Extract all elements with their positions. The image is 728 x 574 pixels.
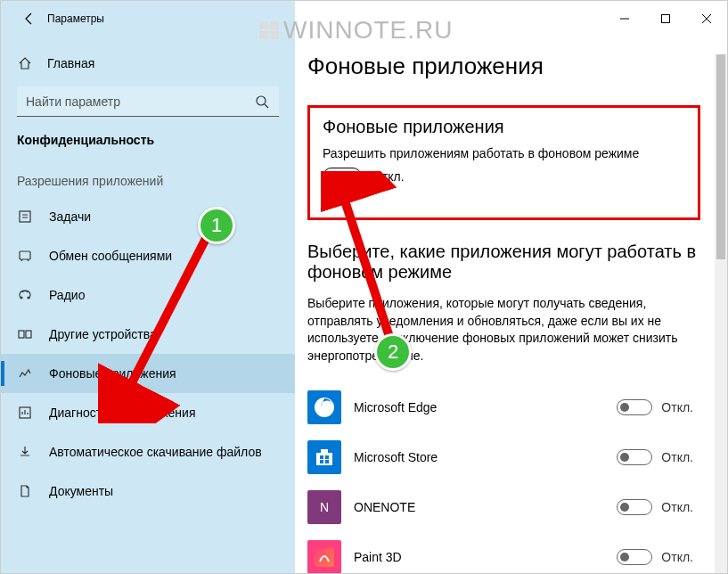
nav-list: ЗадачиОбмен сообщениямиРадиоДругие устро… [1, 197, 295, 511]
sidebar-item-6[interactable]: Автоматическое скачивание файлов [1, 432, 295, 472]
search-input[interactable] [26, 94, 233, 109]
nav-icon [17, 405, 33, 421]
app-list: Microsoft EdgeОткл.Microsoft StoreОткл.N… [307, 382, 700, 573]
master-toggle-state: Откл. [372, 169, 405, 184]
app-toggle-label: Откл. [661, 450, 693, 464]
app-toggle-label: Откл. [661, 500, 693, 514]
titlebar-right [295, 1, 727, 37]
nav-icon [17, 287, 33, 303]
scrollbar-thumb[interactable] [716, 54, 725, 259]
svg-rect-15 [325, 460, 329, 463]
nav-label: Другие устройства [49, 327, 157, 341]
search-box[interactable] [17, 86, 279, 117]
annotation-badge-1: 1 [198, 207, 235, 244]
app-icon [307, 390, 341, 424]
svg-rect-12 [320, 455, 323, 459]
app-toggle-wrap: Откл. [617, 549, 693, 565]
apps-section-desc: Выберите приложения, которые могут получ… [307, 295, 700, 365]
app-toggle-wrap: Откл. [617, 499, 693, 515]
app-icon [307, 540, 341, 573]
sidebar-item-2[interactable]: Радио [1, 275, 295, 315]
app-row: Paint 3DОткл. [307, 532, 700, 573]
nav-icon [17, 483, 33, 499]
titlebar-left: Параметры [1, 1, 295, 37]
nav-label: Задачи [49, 209, 91, 224]
svg-rect-2 [20, 251, 30, 259]
app-toggle[interactable] [617, 549, 652, 565]
sidebar-item-3[interactable]: Другие устройства [1, 315, 295, 354]
nav-label: Фоновые приложения [49, 366, 176, 381]
sidebar-home[interactable]: Главная [1, 44, 295, 83]
master-section-title: Фоновые приложения [323, 117, 685, 137]
nav-icon [17, 209, 33, 225]
sidebar-item-7[interactable]: Документы [1, 472, 295, 511]
app-icon: N [307, 490, 341, 524]
nav-icon [17, 248, 33, 264]
svg-rect-14 [320, 460, 323, 463]
page-title: Фоновые приложения [307, 53, 700, 80]
svg-point-3 [20, 297, 22, 299]
svg-rect-13 [325, 455, 329, 459]
settings-window: Параметры Главная Конфиденциальность Раз… [0, 0, 728, 574]
home-icon [17, 55, 33, 71]
svg-rect-5 [19, 331, 24, 338]
back-button[interactable] [12, 12, 47, 26]
app-toggle-label: Откл. [661, 550, 693, 564]
app-toggle-wrap: Откл. [617, 449, 693, 465]
app-name: Microsoft Store [354, 450, 604, 464]
app-row: Microsoft EdgeОткл. [307, 382, 700, 432]
sidebar-category: Конфиденциальность [1, 133, 295, 147]
nav-label: Обмен сообщениями [49, 249, 172, 263]
nav-icon [17, 444, 33, 460]
sidebar: Параметры Главная Конфиденциальность Раз… [1, 1, 295, 573]
annotation-badge-2: 2 [374, 333, 412, 371]
nav-label: Диагностика приложения [49, 406, 195, 420]
sidebar-item-0[interactable]: Задачи [1, 197, 295, 236]
close-button[interactable] [686, 4, 727, 33]
svg-point-4 [28, 297, 29, 299]
nav-icon [17, 365, 33, 381]
app-name: Paint 3D [354, 550, 604, 564]
svg-rect-11 [321, 449, 328, 453]
sidebar-item-1[interactable]: Обмен сообщениями [1, 236, 295, 275]
app-row: NONENOTEОткл. [307, 482, 700, 532]
nav-label: Автоматическое скачивание файлов [49, 445, 262, 459]
svg-rect-10 [316, 453, 332, 465]
sidebar-item-4[interactable]: Фоновые приложения [1, 354, 295, 393]
highlight-box: Фоновые приложения Разрешить приложениям… [307, 105, 700, 220]
apps-section-title: Выберите, какие приложения могут работат… [307, 242, 700, 283]
window-title: Параметры [47, 12, 104, 25]
app-icon [307, 440, 341, 474]
app-toggle-wrap: Откл. [617, 399, 693, 415]
svg-point-0 [257, 96, 266, 105]
main-panel: Фоновые приложения Фоновые приложения Ра… [295, 1, 727, 573]
svg-rect-8 [662, 15, 670, 23]
nav-icon [17, 326, 33, 342]
minimize-button[interactable] [604, 4, 645, 33]
svg-rect-6 [26, 331, 31, 338]
sidebar-section: Разрешения приложений [1, 174, 295, 188]
main-content: Фоновые приложения Фоновые приложения Ра… [295, 37, 727, 573]
master-toggle[interactable] [323, 168, 362, 185]
svg-text:N: N [320, 500, 329, 514]
master-toggle-row: Откл. [323, 168, 685, 185]
app-toggle[interactable] [617, 449, 652, 465]
nav-label: Документы [49, 484, 113, 498]
app-toggle[interactable] [617, 399, 652, 415]
app-row: Microsoft StoreОткл. [307, 432, 700, 482]
app-toggle-label: Откл. [661, 400, 693, 414]
sidebar-item-5[interactable]: Диагностика приложения [1, 393, 295, 432]
svg-rect-1 [20, 211, 30, 222]
master-setting-label: Разрешить приложениям работать в фоновом… [323, 146, 685, 160]
nav-label: Радио [49, 288, 85, 302]
home-label: Главная [47, 56, 94, 70]
app-toggle[interactable] [617, 499, 652, 515]
search-icon [254, 94, 270, 110]
app-name: ONENOTE [354, 500, 604, 514]
app-name: Microsoft Edge [354, 400, 604, 414]
maximize-button[interactable] [645, 4, 686, 33]
